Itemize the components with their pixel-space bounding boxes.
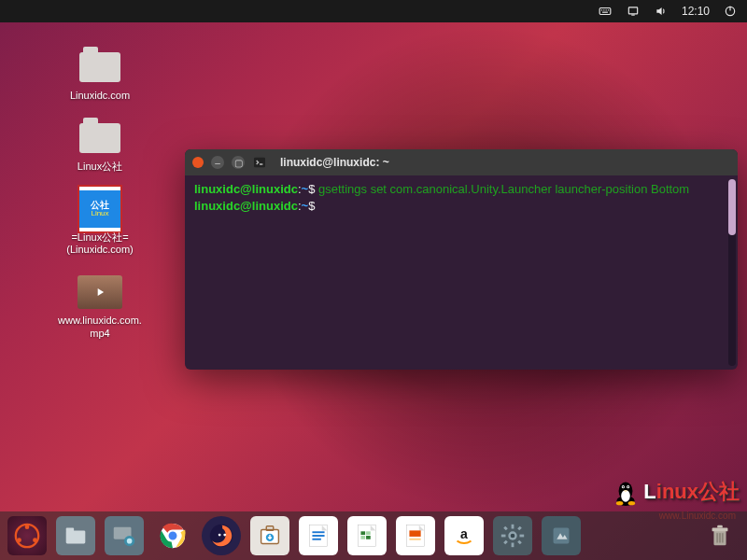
libreoffice-writer-app[interactable] (299, 516, 338, 555)
libreoffice-impress-app[interactable] (396, 516, 435, 555)
terminal-window[interactable]: – ▢ linuxidc@linuxidc: ~ linuxidc@linuxi… (185, 149, 738, 370)
terminal-titlebar[interactable]: – ▢ linuxidc@linuxidc: ~ (185, 149, 738, 175)
svg-point-28 (127, 539, 133, 544)
svg-rect-65 (717, 525, 723, 528)
svg-point-34 (223, 534, 226, 537)
files-app[interactable] (56, 516, 95, 555)
app-indicator[interactable] (542, 516, 581, 555)
icon-label: Linux公社 (78, 161, 122, 174)
svg-rect-67 (719, 533, 721, 542)
svg-point-17 (627, 486, 628, 487)
top-panel: 12:10 (0, 0, 747, 22)
tux-icon (610, 476, 641, 508)
svg-point-19 (628, 501, 635, 505)
svg-rect-41 (312, 539, 320, 540)
svg-point-22 (17, 538, 21, 542)
svg-rect-59 (517, 526, 522, 531)
svg-rect-58 (517, 540, 522, 545)
scrollbar-thumb[interactable] (728, 179, 736, 235)
terminal-body[interactable]: linuxidc@linuxidc:~$ gsettings set com.c… (185, 175, 738, 370)
command-text: gsettings set com.canonical.Unity.Launch… (318, 182, 689, 196)
svg-rect-24 (66, 530, 86, 543)
shortcut-linux-gongshe[interactable]: 公社Linux =Linux公社= (Linuxidc.com) (30, 190, 170, 258)
watermark: Linux公社 www.Linuxidc.com (610, 476, 740, 508)
svg-point-16 (623, 486, 624, 487)
svg-rect-44 (366, 531, 371, 535)
prompt-path: ~ (302, 199, 309, 213)
terminal-scrollbar[interactable] (728, 179, 736, 366)
svg-rect-56 (520, 535, 525, 538)
dock: a (0, 511, 747, 560)
terminal-title: linuxidc@linuxidc: ~ (280, 156, 389, 169)
amazon-app[interactable]: a (444, 516, 484, 555)
svg-point-21 (25, 525, 30, 529)
svg-rect-10 (254, 158, 265, 168)
svg-rect-57 (503, 526, 508, 531)
svg-rect-7 (631, 15, 635, 16)
desktop-icons: Linuxidc.com Linux公社 公社Linux =Linux公社= (… (30, 49, 170, 357)
chrome-app[interactable] (153, 516, 192, 555)
svg-rect-25 (66, 528, 74, 532)
prompt-path: ~ (302, 182, 309, 196)
firefox-app[interactable] (202, 516, 241, 555)
folder-linux-gongshe[interactable]: Linux公社 (30, 119, 170, 174)
svg-rect-36 (266, 526, 274, 531)
trash[interactable] (700, 516, 740, 555)
svg-rect-40 (312, 535, 324, 537)
app-logo-icon: 公社Linux (78, 190, 122, 228)
prompt-user: linuxidc@linuxidc (194, 182, 298, 196)
software-center-app[interactable] (250, 516, 289, 555)
svg-rect-9 (729, 7, 730, 11)
svg-rect-45 (360, 536, 365, 539)
svg-rect-48 (409, 530, 420, 537)
svg-rect-5 (602, 12, 608, 13)
show-applications-button[interactable] (7, 516, 47, 555)
svg-point-18 (616, 501, 623, 505)
svg-rect-3 (606, 9, 607, 10)
svg-rect-43 (360, 531, 365, 535)
libreoffice-calc-app[interactable] (347, 516, 387, 555)
volume-indicator-icon[interactable] (654, 4, 669, 19)
terminal-app-icon (252, 155, 267, 170)
svg-point-33 (218, 534, 221, 537)
svg-rect-54 (512, 543, 514, 548)
svg-rect-0 (599, 8, 611, 15)
watermark-brand-rest: inux公社 (656, 480, 740, 503)
icon-label: www.linuxidc.com. mp4 (58, 315, 142, 341)
settings-app[interactable] (493, 516, 532, 555)
svg-rect-39 (312, 531, 324, 533)
svg-rect-1 (601, 9, 602, 10)
svg-point-23 (33, 538, 37, 542)
watermark-brand-first: L (643, 480, 655, 503)
window-maximize-button[interactable]: ▢ (232, 156, 245, 169)
window-close-button[interactable] (192, 157, 204, 168)
svg-rect-66 (716, 533, 718, 542)
folder-linuxidc-com[interactable]: Linuxidc.com (30, 49, 170, 103)
svg-rect-49 (409, 539, 420, 540)
svg-rect-60 (503, 540, 508, 545)
keyboard-indicator-icon[interactable] (598, 4, 613, 19)
icon-label: =Linux公社= (Linuxidc.com) (66, 231, 134, 258)
svg-rect-64 (712, 528, 728, 532)
video-thumb-icon (78, 273, 122, 311)
svg-text:a: a (460, 526, 468, 541)
folder-icon (78, 119, 122, 157)
prompt-user: linuxidc@linuxidc (194, 199, 298, 213)
icon-label: Linuxidc.com (70, 90, 130, 103)
power-icon[interactable] (723, 4, 738, 19)
clock[interactable]: 12:10 (682, 5, 710, 18)
video-file[interactable]: www.linuxidc.com. mp4 (30, 273, 170, 341)
screenshot-app[interactable] (105, 516, 144, 555)
network-indicator-icon[interactable] (626, 4, 641, 19)
svg-rect-2 (603, 9, 604, 10)
window-minimize-button[interactable]: – (211, 156, 224, 169)
desktop: 12:10 Linuxidc.com Linux公社 公社Linux =Linu… (0, 0, 747, 560)
folder-icon (78, 49, 122, 86)
svg-rect-55 (501, 535, 506, 538)
svg-point-61 (511, 534, 515, 539)
svg-rect-53 (512, 525, 514, 529)
svg-rect-68 (722, 533, 724, 542)
svg-rect-46 (366, 536, 371, 539)
svg-rect-6 (628, 7, 637, 14)
svg-point-13 (622, 490, 631, 502)
